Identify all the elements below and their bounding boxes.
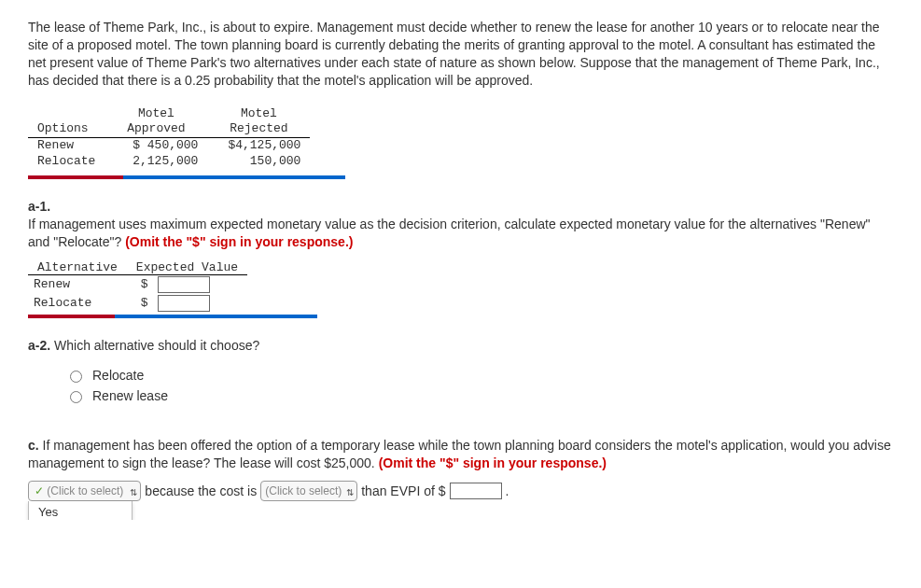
c-select-1-list: Yes No	[28, 501, 133, 520]
radio-relocate-label: Relocate	[92, 368, 144, 383]
c-select-1-placeholder: (Click to select)	[47, 484, 123, 497]
radio-renew-lease-label: Renew lease	[92, 388, 168, 403]
c-select-2-placeholder: (Click to select)	[265, 484, 342, 497]
c-label: c.	[28, 438, 39, 453]
a2-label: a-2.	[28, 338, 50, 353]
c-note: (Omit the "$" sign in your response.)	[379, 455, 607, 470]
col-rejected-top: Motel	[207, 106, 310, 122]
evpi-input[interactable]	[450, 483, 502, 499]
alt-relocate: Relocate	[28, 294, 127, 313]
updown-icon: ⇅	[346, 483, 354, 502]
renew-ev-input[interactable]	[158, 276, 210, 293]
a1-label: a-1.	[28, 199, 50, 214]
dd-item-yes[interactable]: Yes	[29, 501, 132, 520]
opt-renew: Renew	[28, 138, 105, 154]
c-select-2[interactable]: (Click to select) ⇅	[260, 481, 357, 501]
radio-renew-lease[interactable]	[70, 391, 82, 403]
table-row: Relocate $	[28, 294, 247, 313]
ev-table: Alternative Expected Value Renew $ Reloc…	[28, 260, 247, 313]
c-select-1[interactable]: ✓ (Click to select) ⇅	[28, 481, 141, 501]
c-mid2: than EVPI of $	[361, 483, 445, 498]
alt-renew: Renew	[28, 274, 127, 294]
updown-icon: ⇅	[130, 483, 137, 502]
c-select-1-container: ✓ (Click to select) ⇅ Yes No	[28, 481, 141, 501]
relocate-rejected: 150,000	[207, 154, 310, 170]
col-expected-value: Expected Value	[127, 260, 247, 275]
check-icon: ✓	[35, 484, 44, 497]
question-c: c. If management has been offered the op…	[28, 437, 893, 472]
radio-relocate[interactable]	[70, 371, 82, 383]
opt-relocate: Relocate	[28, 154, 105, 170]
col-alternative: Alternative	[28, 260, 127, 275]
c-period: .	[506, 483, 509, 498]
renew-approved: $ 450,000	[105, 138, 207, 154]
dollar-sign: $	[127, 274, 152, 294]
col-approved-top: Motel	[105, 106, 207, 122]
col-rejected-bot: Rejected	[207, 121, 310, 137]
divider-bar	[28, 175, 345, 179]
a2-text: Which alternative should it choose?	[50, 338, 259, 353]
col-approved-bot: Approved	[105, 121, 207, 137]
a1-note: (Omit the "$" sign in your response.)	[125, 234, 353, 249]
table-row: Renew $ 450,000 $4,125,000	[28, 138, 310, 154]
divider-bar	[28, 315, 317, 318]
problem-intro: The lease of Theme Park, Inc., is about …	[28, 19, 893, 90]
col-options: Options	[28, 121, 105, 137]
question-a2: a-2. Which alternative should it choose?	[28, 337, 893, 355]
c-answer-row: ✓ (Click to select) ⇅ Yes No because the…	[28, 481, 893, 501]
table-row: Relocate 2,125,000 150,000	[28, 154, 310, 170]
table-row: Renew $	[28, 274, 247, 294]
c-mid1: because the cost is	[145, 483, 257, 498]
renew-rejected: $4,125,000	[207, 138, 310, 154]
a2-radio-group: Relocate Renew lease	[65, 368, 893, 403]
question-a1: a-1. If management uses maximum expected…	[28, 198, 893, 251]
relocate-ev-input[interactable]	[158, 295, 210, 312]
payoff-table: Motel Motel Options Approved Rejected Re…	[28, 106, 310, 171]
dollar-sign: $	[127, 294, 152, 313]
relocate-approved: 2,125,000	[105, 154, 207, 170]
